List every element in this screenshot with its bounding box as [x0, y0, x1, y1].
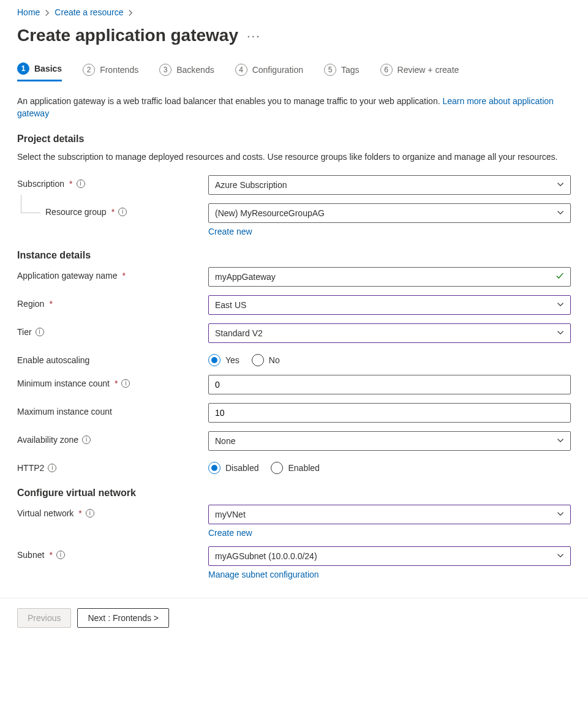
tab-label: Review + create — [398, 65, 459, 75]
info-icon[interactable]: i — [82, 435, 91, 444]
http2-label: HTTP2 — [17, 463, 44, 473]
info-icon[interactable]: i — [86, 509, 94, 518]
radio-icon — [208, 354, 221, 366]
create-new-vnet-link[interactable]: Create new — [208, 528, 252, 538]
chevron-down-icon — [557, 328, 564, 338]
step-number-icon: 1 — [17, 62, 29, 75]
tab-tags[interactable]: 5 Tags — [324, 62, 360, 81]
chevron-right-icon — [43, 8, 51, 17]
availability-zone-value: None — [215, 436, 235, 446]
radio-label: Yes — [225, 355, 239, 365]
http2-disabled-radio[interactable]: Disabled — [208, 462, 258, 474]
chevron-down-icon — [557, 180, 564, 190]
radio-icon — [252, 354, 264, 366]
info-icon[interactable]: i — [48, 464, 56, 472]
manage-subnet-link[interactable]: Manage subnet configuration — [208, 570, 319, 579]
max-instance-label: Maximum instance count — [17, 407, 112, 416]
resource-group-select[interactable]: (New) MyResourceGroupAG — [208, 203, 571, 223]
chevron-down-icon — [557, 436, 564, 446]
required-icon: * — [69, 179, 72, 189]
more-icon[interactable]: ··· — [247, 29, 261, 43]
page-title: Create application gateway — [17, 26, 238, 45]
tab-label: Basics — [34, 64, 62, 73]
min-instance-input[interactable] — [208, 375, 571, 394]
required-icon: * — [122, 271, 125, 281]
tab-frontends[interactable]: 2 Frontends — [83, 62, 138, 81]
autoscale-yes-radio[interactable]: Yes — [208, 354, 239, 366]
tree-line-icon — [21, 195, 40, 213]
required-icon: * — [111, 207, 115, 217]
virtual-network-value: myVNet — [215, 510, 246, 519]
tab-label: Configuration — [252, 65, 303, 75]
info-icon[interactable]: i — [77, 179, 85, 188]
project-details-heading: Project details — [17, 134, 571, 145]
project-details-desc: Select the subscription to manage deploy… — [17, 151, 571, 163]
chevron-down-icon — [557, 510, 564, 519]
subnet-select[interactable]: myAGSubnet (10.0.0.0/24) — [208, 546, 571, 566]
gateway-name-label: Application gateway name — [17, 271, 117, 281]
subnet-value: myAGSubnet (10.0.0.0/24) — [215, 551, 317, 561]
availability-zone-select[interactable]: None — [208, 431, 571, 451]
autoscale-label: Enable autoscaling — [17, 355, 89, 365]
subscription-label: Subscription — [17, 179, 64, 189]
required-icon: * — [115, 379, 118, 388]
max-instance-input[interactable] — [208, 403, 571, 423]
radio-label: Disabled — [225, 463, 258, 473]
required-icon: * — [49, 550, 52, 560]
chevron-down-icon — [557, 208, 564, 218]
chevron-down-icon — [557, 551, 564, 561]
tier-value: Standard V2 — [215, 328, 263, 338]
tab-configuration[interactable]: 4 Configuration — [235, 62, 303, 81]
virtual-network-select[interactable]: myVNet — [208, 505, 571, 524]
step-number-icon: 4 — [235, 64, 247, 76]
region-label: Region — [17, 299, 44, 309]
tab-review-create[interactable]: 6 Review + create — [380, 62, 459, 81]
breadcrumb-home[interactable]: Home — [17, 7, 40, 17]
resource-group-value: (New) MyResourceGroupAG — [215, 208, 325, 218]
radio-icon — [208, 462, 221, 474]
chevron-down-icon — [557, 300, 564, 310]
chevron-right-icon — [127, 8, 134, 17]
availability-zone-label: Availability zone — [17, 435, 78, 445]
min-instance-label: Minimum instance count — [17, 379, 110, 388]
previous-button[interactable]: Previous — [17, 608, 71, 628]
next-button[interactable]: Next : Frontends > — [77, 608, 169, 628]
http2-enabled-radio[interactable]: Enabled — [271, 462, 319, 474]
breadcrumb: Home Create a resource — [17, 7, 571, 17]
required-icon: * — [49, 299, 52, 309]
create-new-rg-link[interactable]: Create new — [208, 227, 252, 236]
autoscale-radio-group: Yes No — [208, 352, 571, 366]
step-number-icon: 3 — [159, 64, 172, 76]
wizard-footer: Previous Next : Frontends > — [0, 598, 588, 638]
tab-label: Tags — [341, 65, 360, 75]
required-icon: * — [78, 508, 81, 518]
step-number-icon: 5 — [324, 64, 336, 76]
http2-radio-group: Disabled Enabled — [208, 459, 571, 474]
subscription-value: Azure Subscription — [215, 180, 287, 190]
info-icon[interactable]: i — [56, 551, 65, 559]
radio-label: Enabled — [288, 463, 319, 473]
tab-label: Backends — [176, 65, 214, 75]
instance-details-heading: Instance details — [17, 250, 571, 261]
gateway-name-input[interactable]: myAppGateway — [208, 267, 571, 287]
step-number-icon: 6 — [380, 64, 393, 76]
breadcrumb-create-resource[interactable]: Create a resource — [55, 7, 123, 17]
tier-select[interactable]: Standard V2 — [208, 323, 571, 343]
intro-text: An application gateway is a web traffic … — [17, 95, 571, 120]
radio-icon — [271, 462, 283, 474]
tab-label: Frontends — [100, 65, 138, 75]
info-icon[interactable]: i — [121, 379, 130, 388]
subscription-select[interactable]: Azure Subscription — [208, 175, 571, 195]
info-icon[interactable]: i — [36, 328, 44, 336]
subnet-label: Subnet — [17, 550, 44, 560]
wizard-tabs: 1 Basics 2 Frontends 3 Backends 4 Config… — [17, 62, 571, 81]
vnet-heading: Configure virtual network — [17, 488, 571, 499]
region-select[interactable]: East US — [208, 295, 571, 315]
resource-group-label: Resource group — [45, 207, 107, 217]
radio-label: No — [269, 355, 280, 365]
step-number-icon: 2 — [83, 64, 95, 76]
autoscale-no-radio[interactable]: No — [252, 354, 280, 366]
info-icon[interactable]: i — [118, 208, 127, 216]
tab-basics[interactable]: 1 Basics — [17, 62, 62, 81]
tab-backends[interactable]: 3 Backends — [159, 62, 214, 81]
